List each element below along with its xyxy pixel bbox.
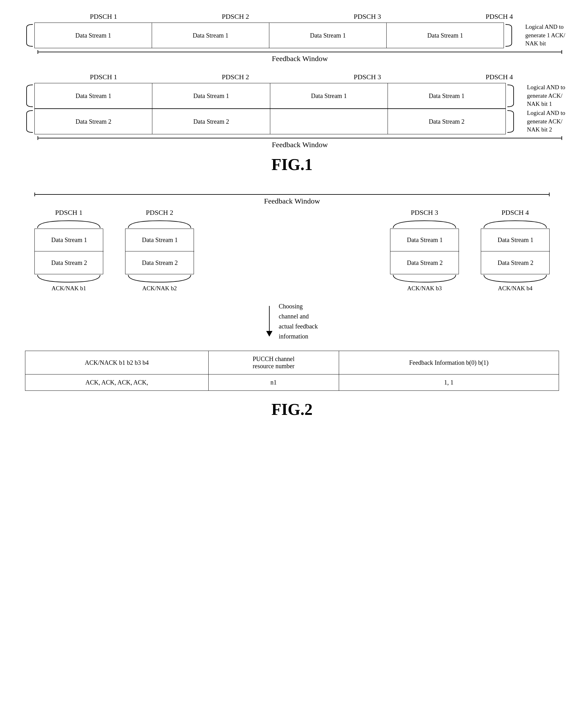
fig2-pdsch3-label: PDSCH 3	[411, 209, 438, 217]
fig1-fw-wrap1: Feedback Window	[37, 50, 562, 63]
fig2-g4-stream2: Data Stream 2	[481, 252, 550, 274]
fig2-bracket-bot4	[481, 274, 550, 284]
fig1-d2-s2-c1: Data Stream 2	[35, 109, 152, 134]
fig1-diagram1: PDSCH 1 PDSCH 2 PDSCH 3 PDSCH 4 Data Str…	[19, 12, 565, 63]
fw-tick-r1	[561, 50, 562, 54]
fw-line2	[38, 138, 561, 138]
fig2-g1-stream1: Data Stream 1	[35, 229, 104, 252]
fig2-fw-tick-r	[549, 192, 550, 196]
fig2-fw-top-wrap: Feedback Window	[34, 192, 550, 205]
fig2-row1-col1: ACK, ACK, ACK, ACK,	[25, 374, 208, 391]
fig1-d2-stream2-boxes: Data Stream 2 Data Stream 2 Data Stream …	[34, 109, 506, 134]
fig1-d2-boxes2: Data Stream 2 Data Stream 2 Data Stream …	[34, 109, 506, 134]
fig2-g2-stream2: Data Stream 2	[126, 252, 194, 274]
fig2-bracket-bot2	[125, 274, 194, 284]
fig1-d2-s2-c3	[270, 109, 388, 134]
fig2-g3-ack: ACK/NAK b3	[407, 285, 442, 292]
fig2-arrow-head	[266, 331, 273, 337]
pdsch-label-2: PDSCH 2	[170, 12, 302, 21]
fig2-g1-ack: ACK/NAK b1	[52, 285, 86, 292]
fig2-bracket-top1	[34, 219, 103, 229]
right-bracket-fig1-1	[504, 23, 520, 48]
fig1-pdsch-labels-row2: PDSCH 1 PDSCH 2 PDSCH 3 PDSCH 4	[37, 73, 565, 81]
fig2-fw-label: Feedback Window	[34, 197, 550, 205]
fig2-group3-boxes: Data Stream 1 Data Stream 2	[390, 229, 459, 274]
fig2-g1-stream2: Data Stream 2	[35, 252, 104, 274]
fig2-arrow	[266, 306, 273, 337]
fig1-s1-cell2: Data Stream 1	[152, 23, 269, 48]
bracket-right-d2r2	[506, 109, 515, 134]
fig2-group2-boxes: Data Stream 1 Data Stream 2	[125, 229, 194, 274]
right-bracket-d2-r2	[506, 109, 522, 134]
fig2-pdsch1-label: PDSCH 1	[55, 209, 82, 217]
pdsch2-label-2: PDSCH 2	[170, 73, 302, 81]
bracket-left-d2r1	[25, 83, 34, 108]
fig2-fw-top-hline	[35, 194, 549, 195]
fig2-pdsch2-label: PDSCH 2	[146, 209, 173, 217]
fig1-title: FIG.1	[19, 155, 565, 174]
fig2-group3: PDSCH 3 Data Stream 1 Data Stream 2 ACK/…	[390, 209, 459, 292]
fig1-d2-s1-c3: Data Stream 1	[270, 83, 388, 108]
fig2-pdsch4-label: PDSCH 4	[501, 209, 529, 217]
left-bracket-d2-r2	[19, 109, 34, 134]
fig2-fw-top-line	[34, 192, 550, 196]
fig2-group1-boxes: Data Stream 1 Data Stream 2	[34, 229, 103, 274]
pdsch-label-1: PDSCH 1	[37, 12, 170, 21]
left-bracket-fig1-1	[19, 23, 34, 48]
fig2-group4: PDSCH 4 Data Stream 1 Data Stream 2 ACK/…	[481, 209, 550, 292]
fw-line1	[38, 52, 561, 52]
fig1-d2-row1: Data Stream 1 Data Stream 1 Data Stream …	[19, 83, 565, 109]
fig1-d2-stream1-boxes: Data Stream 1 Data Stream 1 Data Stream …	[34, 83, 506, 109]
fig2-bracket-top3	[390, 219, 459, 229]
fig2-g4-stream1: Data Stream 1	[481, 229, 550, 252]
pdsch-label-4: PDSCH 4	[433, 12, 565, 21]
fig2-group1: PDSCH 1 Data Stream 1 Data Stream 2 ACK/…	[34, 209, 103, 292]
fig1-s1-cell4: Data Stream 1	[387, 23, 504, 48]
pdsch2-label-3: PDSCH 3	[302, 73, 434, 81]
fig2-bracket-top2	[125, 219, 194, 229]
fig2-arrow-section: Choosing channel and actual feedback inf…	[19, 301, 565, 341]
fig2-arrow-label: Choosing channel and actual feedback inf…	[279, 301, 318, 341]
fig2-g4-ack: ACK/NAK b4	[498, 285, 532, 292]
fig1-stream1-boxes: Data Stream 1 Data Stream 1 Data Stream …	[34, 23, 504, 48]
fig1-d2-s1-c1: Data Stream 1	[35, 83, 152, 108]
fig2-table-header-row: ACK/NACK b1 b2 b3 b4 PUCCH channel resou…	[25, 351, 559, 374]
fig1-fw-label2: Feedback Window	[37, 140, 562, 149]
left-bracket-d2-r1	[19, 83, 34, 108]
fig2-g3-stream1: Data Stream 1	[390, 229, 459, 252]
fig2-row1-col2: n1	[208, 374, 339, 391]
fig2-g2-ack: ACK/NAK b2	[142, 285, 177, 292]
fig1-s1-cell3: Data Stream 1	[269, 23, 387, 48]
fig1-annotation2: Logical AND to generate ACK/ NAK bit 1	[527, 83, 565, 108]
fig2-g3-stream2: Data Stream 2	[390, 252, 459, 274]
fig2-group4-boxes: Data Stream 1 Data Stream 2	[481, 229, 550, 274]
fig1-fw-wrap2: Feedback Window	[37, 136, 562, 149]
pdsch-label-3: PDSCH 3	[302, 12, 434, 21]
fig2-row1-col3: 1, 1	[339, 374, 559, 391]
fig1-section: PDSCH 1 PDSCH 2 PDSCH 3 PDSCH 4 Data Str…	[19, 12, 565, 174]
pdsch2-label-1: PDSCH 1	[37, 73, 170, 81]
fig2-table: ACK/NACK b1 b2 b3 b4 PUCCH channel resou…	[25, 351, 559, 391]
fig2-table-section: ACK/NACK b1 b2 b3 b4 PUCCH channel resou…	[25, 351, 559, 391]
fig2-group2: PDSCH 2 Data Stream 1 Data Stream 2 ACK/…	[125, 209, 194, 292]
fig2-table-head: ACK/NACK b1 b2 b3 b4 PUCCH channel resou…	[25, 351, 559, 374]
bracket-right-svg	[504, 23, 513, 48]
fig2-g2-stream1: Data Stream 1	[126, 229, 194, 252]
fig2-title: FIG.2	[19, 400, 565, 419]
fig1-d2-row2: Data Stream 2 Data Stream 2 Data Stream …	[19, 109, 565, 134]
fw-tick-r2	[561, 136, 562, 140]
bracket-right-d2r1	[506, 83, 515, 108]
fig1-d2-s1-c2: Data Stream 1	[152, 83, 270, 108]
fig1-diagram2: PDSCH 1 PDSCH 2 PDSCH 3 PDSCH 4 Data Str…	[19, 73, 565, 149]
fig1-fw-label1: Feedback Window	[37, 54, 562, 63]
fig2-table-body: ACK, ACK, ACK, ACK, n1 1, 1	[25, 374, 559, 391]
fig2-bracket-bot1	[34, 274, 103, 284]
fig1-d2-s2-c4: Data Stream 2	[388, 109, 505, 134]
fig1-d2-boxes1: Data Stream 1 Data Stream 1 Data Stream …	[34, 83, 506, 109]
fig1-pdsch-labels-row1: PDSCH 1 PDSCH 2 PDSCH 3 PDSCH 4	[37, 12, 565, 21]
fig2-bracket-bot3	[390, 274, 459, 284]
fig1-d2-s1-c4: Data Stream 1	[388, 83, 505, 108]
fig1-fw-line1	[37, 50, 562, 54]
right-bracket-d2-r1	[506, 83, 522, 108]
page-wrapper: PDSCH 1 PDSCH 2 PDSCH 3 PDSCH 4 Data Str…	[19, 12, 565, 419]
